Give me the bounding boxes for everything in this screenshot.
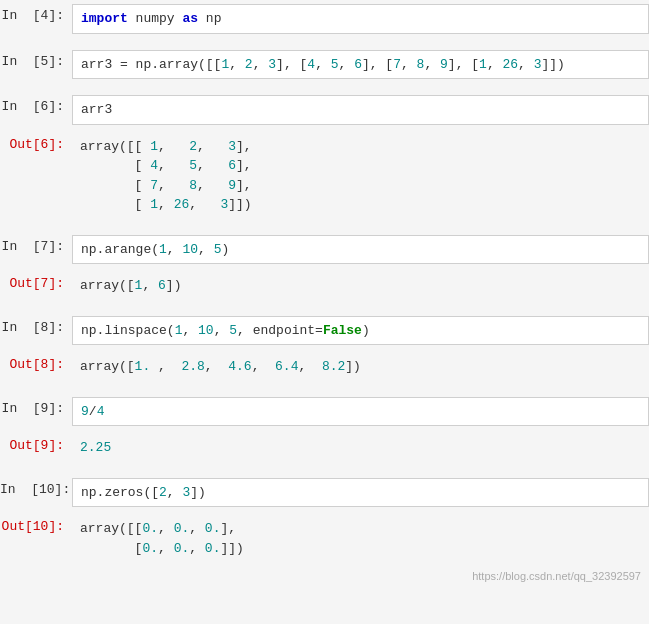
cell-9-in-label: In [9]: <box>0 397 72 416</box>
cell-8-output: array([1. , 2.8, 4.6, 6.4, 8.2]) <box>72 353 649 381</box>
cell-8-input-row: In [8]: np.linspace(1, 10, 5, endpoint=F… <box>0 312 649 350</box>
cell-4: In [4]: import numpy as np <box>0 0 649 38</box>
cell-8: In [8]: np.linspace(1, 10, 5, endpoint=F… <box>0 312 649 385</box>
cell-10-output-row: Out[10]: array([[0., 0., 0.], [0., 0., 0… <box>0 511 649 566</box>
cell-7-in-label: In [7]: <box>0 235 72 254</box>
cell-8-input[interactable]: np.linspace(1, 10, 5, endpoint=False) <box>72 316 649 346</box>
cell-5-input-row: In [5]: arr3 = np.array([[1, 2, 3], [4, … <box>0 46 649 84</box>
cell-6-input-row: In [6]: arr3 <box>0 91 649 129</box>
cell-6-in-label: In [6]: <box>0 95 72 114</box>
notebook: In [4]: import numpy as np In [5]: arr3 … <box>0 0 649 586</box>
cell-7-input-row: In [7]: np.arange(1, 10, 5) <box>0 231 649 269</box>
cell-10-output: array([[0., 0., 0.], [0., 0., 0.]]) <box>72 515 649 562</box>
cell-9-input-row: In [9]: 9/4 <box>0 393 649 431</box>
cell-7-input[interactable]: np.arange(1, 10, 5) <box>72 235 649 265</box>
cell-4-input[interactable]: import numpy as np <box>72 4 649 34</box>
cell-4-input-row: In [4]: import numpy as np <box>0 0 649 38</box>
cell-7-out-label: Out[7]: <box>0 272 72 291</box>
cell-6-out-label: Out[6]: <box>0 133 72 152</box>
cell-9-out-label: Out[9]: <box>0 434 72 453</box>
cell-8-output-row: Out[8]: array([1. , 2.8, 4.6, 6.4, 8.2]) <box>0 349 649 385</box>
cell-10-out-label: Out[10]: <box>0 515 72 534</box>
cell-7-output: array([1, 6]) <box>72 272 649 300</box>
cell-5-input[interactable]: arr3 = np.array([[1, 2, 3], [4, 5, 6], [… <box>72 50 649 80</box>
cell-7: In [7]: np.arange(1, 10, 5) Out[7]: arra… <box>0 231 649 304</box>
cell-6: In [6]: arr3 Out[6]: array([[ 1, 2, 3], … <box>0 91 649 223</box>
cell-10-input-row: In [10]: np.zeros([2, 3]) <box>0 474 649 512</box>
cell-9-output-row: Out[9]: 2.25 <box>0 430 649 466</box>
cell-6-input[interactable]: arr3 <box>72 95 649 125</box>
cell-8-in-label: In [8]: <box>0 316 72 335</box>
cell-8-out-label: Out[8]: <box>0 353 72 372</box>
watermark: https://blog.csdn.net/qq_32392597 <box>0 566 649 586</box>
cell-9-output: 2.25 <box>72 434 649 462</box>
cell-10: In [10]: np.zeros([2, 3]) Out[10]: array… <box>0 474 649 567</box>
cell-5: In [5]: arr3 = np.array([[1, 2, 3], [4, … <box>0 46 649 84</box>
cell-10-in-label: In [10]: <box>0 478 72 497</box>
cell-9: In [9]: 9/4 Out[9]: 2.25 <box>0 393 649 466</box>
cell-4-in-label: In [4]: <box>0 4 72 23</box>
cell-7-output-row: Out[7]: array([1, 6]) <box>0 268 649 304</box>
cell-6-output-row: Out[6]: array([[ 1, 2, 3], [ 4, 5, 6], [… <box>0 129 649 223</box>
cell-6-output: array([[ 1, 2, 3], [ 4, 5, 6], [ 7, 8, 9… <box>72 133 649 219</box>
cell-9-input[interactable]: 9/4 <box>72 397 649 427</box>
cell-5-in-label: In [5]: <box>0 50 72 69</box>
cell-10-input[interactable]: np.zeros([2, 3]) <box>72 478 649 508</box>
